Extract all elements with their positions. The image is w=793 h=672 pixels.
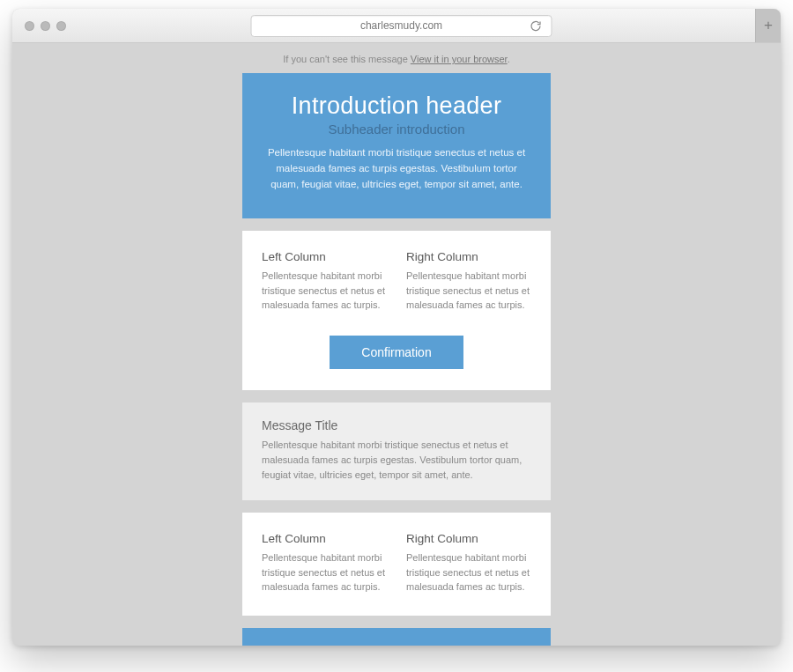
- column-title: Right Column: [406, 250, 531, 263]
- column-right: Right Column Pellentesque habitant morbi…: [406, 532, 531, 594]
- window-controls: [12, 21, 66, 31]
- column-left: Left Column Pellentesque habitant morbi …: [262, 250, 387, 313]
- hero-title: Introduction header: [263, 92, 530, 120]
- feature-section: [242, 628, 551, 646]
- column-right: Right Column Pellentesque habitant morbi…: [406, 250, 531, 313]
- hero-section: Introduction header Subheader introducti…: [242, 73, 551, 218]
- reload-icon[interactable]: [530, 19, 543, 33]
- column-title: Right Column: [406, 532, 531, 545]
- column-body: Pellentesque habitant morbi tristique se…: [406, 550, 531, 594]
- view-in-browser-link[interactable]: View it in your browser: [411, 54, 508, 64]
- column-left: Left Column Pellentesque habitant morbi …: [262, 532, 387, 594]
- preheader-text: If you can't see this message: [283, 54, 411, 64]
- column-title: Left Column: [262, 250, 387, 263]
- minimize-icon[interactable]: [41, 21, 50, 31]
- new-tab-button[interactable]: +: [755, 9, 781, 42]
- preheader-suffix: .: [508, 54, 510, 64]
- zoom-icon[interactable]: [56, 21, 66, 31]
- message-body: Pellentesque habitant morbi tristique se…: [262, 438, 531, 483]
- viewport: If you can't see this message View it in…: [12, 43, 781, 646]
- preheader: If you can't see this message View it in…: [12, 43, 781, 73]
- column-body: Pellentesque habitant morbi tristique se…: [262, 269, 387, 313]
- address-bar[interactable]: charlesmudy.com: [251, 15, 552, 37]
- titlebar: charlesmudy.com +: [12, 9, 781, 43]
- column-body: Pellentesque habitant morbi tristique se…: [262, 550, 387, 594]
- browser-window: charlesmudy.com + If you can't see this …: [12, 9, 781, 646]
- hero-subtitle: Subheader introduction: [263, 122, 530, 137]
- two-column-section: Left Column Pellentesque habitant morbi …: [242, 231, 551, 390]
- column-body: Pellentesque habitant morbi tristique se…: [406, 269, 531, 313]
- confirmation-button[interactable]: Confirmation: [330, 336, 463, 369]
- hero-body: Pellentesque habitant morbi tristique se…: [263, 145, 530, 192]
- email-body: Introduction header Subheader introducti…: [242, 73, 551, 646]
- message-title: Message Title: [262, 418, 531, 432]
- message-section: Message Title Pellentesque habitant morb…: [242, 402, 551, 500]
- close-icon[interactable]: [25, 21, 34, 31]
- two-column-section-2: Left Column Pellentesque habitant morbi …: [242, 513, 551, 616]
- column-title: Left Column: [262, 532, 387, 545]
